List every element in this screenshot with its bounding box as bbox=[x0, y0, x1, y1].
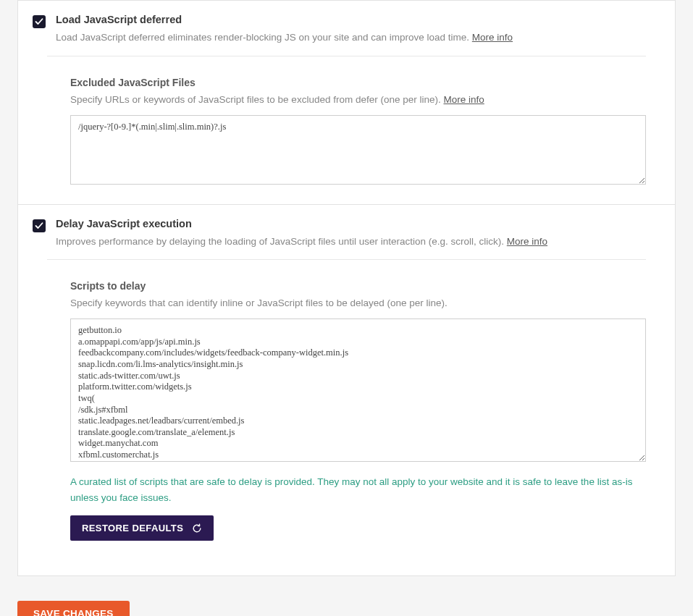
more-info-link[interactable]: More info bbox=[507, 236, 547, 247]
more-info-link[interactable]: More info bbox=[472, 32, 513, 43]
section-delay-js: Delay JavaScript execution Improves perf… bbox=[18, 204, 675, 260]
load-deferred-desc: Load JavaScript deferred eliminates rend… bbox=[56, 30, 660, 46]
checkbox-delay-js[interactable] bbox=[33, 219, 46, 232]
excluded-js-block: Excluded JavaScript Files Specify URLs o… bbox=[18, 56, 675, 204]
scripts-to-delay-block: Scripts to delay Specify keywords that c… bbox=[18, 260, 675, 558]
scripts-delay-desc: Specify keywords that can identify inlin… bbox=[70, 298, 646, 308]
delay-js-title: Delay JavaScript execution bbox=[56, 218, 660, 229]
scripts-delay-textarea[interactable] bbox=[70, 318, 646, 462]
checkbox-load-deferred[interactable] bbox=[33, 15, 46, 28]
check-icon bbox=[35, 221, 43, 230]
load-deferred-title: Load JavaScript deferred bbox=[56, 14, 660, 25]
section-load-deferred: Load JavaScript deferred Load JavaScript… bbox=[18, 1, 675, 56]
excluded-js-textarea[interactable] bbox=[70, 115, 646, 185]
save-changes-button[interactable]: SAVE CHANGES bbox=[17, 601, 130, 616]
more-info-link[interactable]: More info bbox=[443, 94, 484, 105]
delay-js-desc: Improves performance by delaying the loa… bbox=[56, 234, 660, 250]
refresh-icon bbox=[192, 523, 202, 533]
excluded-js-desc: Specify URLs or keywords of JavaScript f… bbox=[70, 94, 646, 105]
restore-defaults-button[interactable]: RESTORE DEFAULTS bbox=[70, 515, 214, 541]
scripts-delay-note: A curated list of scripts that are safe … bbox=[70, 474, 646, 505]
scripts-delay-title: Scripts to delay bbox=[70, 280, 646, 292]
check-icon bbox=[35, 17, 43, 26]
excluded-js-title: Excluded JavaScript Files bbox=[70, 77, 646, 88]
settings-panel: Load JavaScript deferred Load JavaScript… bbox=[17, 0, 676, 576]
restore-defaults-label: RESTORE DEFAULTS bbox=[82, 523, 183, 533]
